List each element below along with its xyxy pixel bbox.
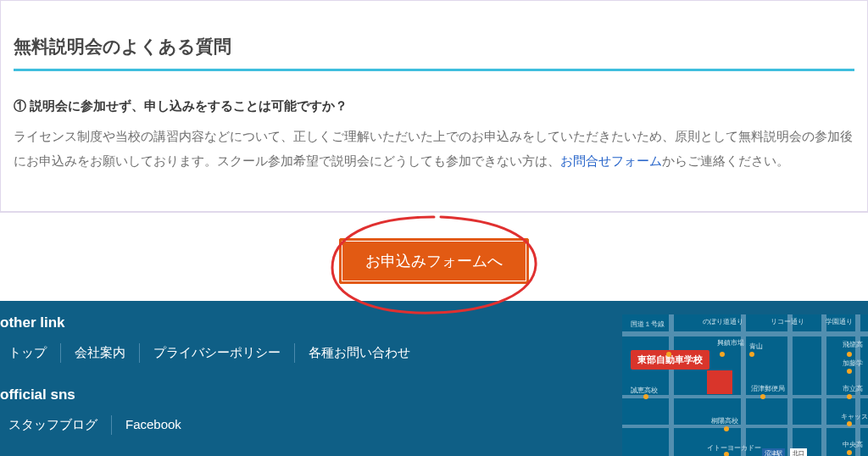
map-road xyxy=(741,314,746,456)
map-label: リコー通り xyxy=(771,317,804,326)
map-dot-icon xyxy=(643,394,648,399)
map-label: 市立高 xyxy=(843,384,863,393)
contact-form-link[interactable]: お問合せフォーム xyxy=(560,153,662,168)
map-dot-icon xyxy=(847,421,852,426)
map-label: 国道１号線 xyxy=(631,320,665,329)
map-dot-icon xyxy=(720,352,725,357)
footer-left: other link トップ 会社案内 プライバシーポリシー 各種お問い合わせ … xyxy=(0,314,622,456)
map-dot-icon xyxy=(724,452,729,456)
application-form-button[interactable]: お申込みフォームへ xyxy=(339,238,529,284)
faq-answer-post: からご連絡ください。 xyxy=(662,153,789,168)
map-dot-icon xyxy=(724,426,729,431)
footer-link-privacy[interactable]: プライバシーポリシー xyxy=(140,343,295,363)
map-dot-icon xyxy=(847,450,852,455)
faq-question-1: ① 説明会に参加せず、申し込みをすることは可能ですか？ xyxy=(14,98,854,114)
map-dot-icon xyxy=(666,352,671,357)
other-links: トップ 会社案内 プライバシーポリシー 各種お問い合わせ xyxy=(0,343,622,363)
map-dot-icon xyxy=(760,394,765,399)
faq-answer-1: ライセンス制度や当校の講習内容などについて、正しくご理解いただいた上でのお申込み… xyxy=(14,125,854,173)
map-road xyxy=(787,314,793,456)
map-label: 桐陽高校 xyxy=(711,416,738,425)
map-label: 中央高 xyxy=(843,440,863,449)
cta-area: お申込みフォームへ xyxy=(0,212,868,301)
footer-link-contact[interactable]: 各種お問い合わせ xyxy=(295,343,424,363)
map-school-block xyxy=(707,370,732,394)
map-dot-icon xyxy=(847,394,852,399)
map-label: キャッス xyxy=(841,412,868,421)
sns-heading: official sns xyxy=(0,386,622,403)
map-label: 興鎮市場 xyxy=(717,340,744,347)
map-sign: 沼津駅 xyxy=(762,448,785,456)
map-label: 加藤学 xyxy=(843,359,863,368)
map-label: のぼり道通り xyxy=(703,317,743,326)
footer: other link トップ 会社案内 プライバシーポリシー 各種お問い合わせ … xyxy=(0,301,868,456)
map-sign: 北口 xyxy=(790,448,807,456)
map-label: 沼津郵便局 xyxy=(751,384,785,393)
map-label: イトーヨーカドー xyxy=(707,443,761,453)
footer-link-top[interactable]: トップ xyxy=(0,343,61,363)
footer-link-facebook[interactable]: Facebook xyxy=(112,415,195,435)
faq-heading: 無料説明会のよくある質問 xyxy=(14,35,854,71)
faq-section: 無料説明会のよくある質問 ① 説明会に参加せず、申し込みをすることは可能ですか？… xyxy=(0,0,868,212)
access-map: 国道１号線 のぼり道通り リコー通り 学園通り 東部自動車学校 誠恵高校 桐陽高… xyxy=(622,314,868,456)
map-road xyxy=(669,314,674,456)
footer-link-blog[interactable]: スタッフブログ xyxy=(0,415,112,435)
footer-link-company[interactable]: 会社案内 xyxy=(61,343,140,363)
map-label: 青山 xyxy=(749,342,763,351)
sns-links: スタッフブログ Facebook xyxy=(0,415,622,435)
map-dot-icon xyxy=(749,352,754,357)
map-road xyxy=(821,314,826,456)
map-dot-icon xyxy=(847,352,852,357)
map-label: 学園通り xyxy=(826,317,853,326)
other-link-heading: other link xyxy=(0,314,622,331)
map-dot-icon xyxy=(847,369,852,374)
map-label: 飛龍高 xyxy=(843,340,863,349)
